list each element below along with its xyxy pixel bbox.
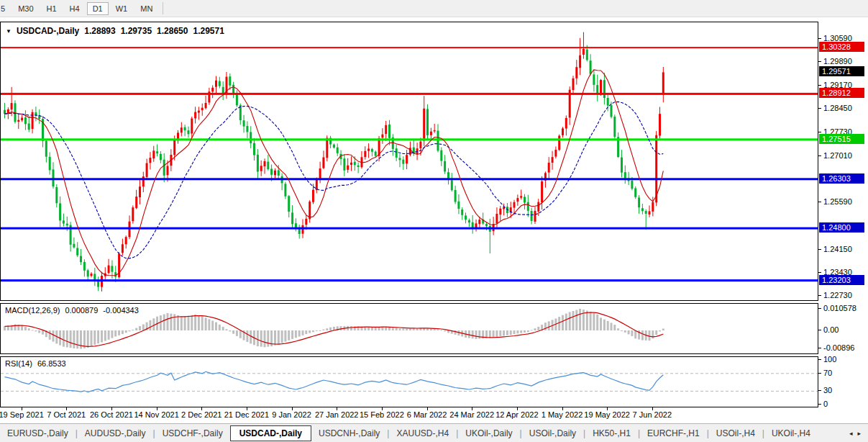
macd-tick-label: 0.010578 — [823, 304, 856, 312]
axis-tick-mark — [818, 202, 821, 202]
macd-tick-label: 0.00 — [823, 325, 839, 334]
chart-tab-eurusd-daily[interactable]: EURUSD-,Daily — [0, 425, 76, 441]
rsi-panel[interactable]: RSI(14) 66.8533 — [0, 356, 818, 407]
rsi-tick-label: 30 — [823, 386, 832, 394]
tab-scroll-left-icon[interactable]: ◂ — [849, 430, 853, 437]
ohlc-high: 1.29735 — [121, 26, 152, 36]
axis-tick-mark — [818, 295, 821, 296]
axis-tick-mark — [818, 373, 821, 374]
chart-tab-bar: EURUSD-,Daily|AUDUSD-,Daily|USDCHF-,Dail… — [0, 423, 868, 442]
date-label: 9 Jan 2022 — [272, 410, 311, 419]
date-axis[interactable]: 19 Sep 20217 Oct 202126 Oct 202114 Nov 2… — [0, 407, 818, 423]
timeframe-button-w1[interactable]: W1 — [110, 2, 134, 15]
ohlc-low: 1.28650 — [157, 26, 188, 36]
tab-scroll-controls: ◂▸ — [842, 430, 868, 437]
chart-tab-usoil-daily[interactable]: USOil-,Daily — [522, 425, 583, 441]
axis-tick-mark — [818, 308, 821, 309]
date-label: 2 Dec 2021 — [181, 410, 221, 419]
chart-tab-xauusd-h4[interactable]: XAUUSD-,H4 — [389, 425, 456, 441]
chart-tab-eurchf-h1[interactable]: EURCHF-,H1 — [640, 425, 707, 441]
macd-label: MACD(12,26,9) 0.000879 -0.004343 — [5, 306, 139, 315]
toolbar-separator — [163, 2, 163, 14]
rsi-tick-label: 70 — [823, 369, 832, 377]
price-level-badge: 1.26303 — [819, 173, 864, 184]
timeframe-button-5[interactable]: 5 — [0, 2, 11, 15]
date-label: 1 May 2022 — [542, 410, 583, 419]
chart-header: ▼ USDCAD-,Daily 1.28893 1.29735 1.28650 … — [6, 26, 224, 36]
chart-tab-usdcnh-daily[interactable]: USDCNH-,Daily — [311, 425, 387, 441]
chart-tab-hk50-h1[interactable]: HK50-,H1 — [585, 425, 638, 441]
chart-tab-ukoil-h4[interactable]: UKOil-,H4 — [764, 425, 818, 441]
rsi-label: RSI(14) 66.8533 — [5, 359, 66, 368]
axis-tick-mark — [818, 404, 821, 405]
macd-main-value: 0.000879 — [65, 306, 98, 315]
timeframe-button-h4[interactable]: H4 — [64, 2, 86, 15]
axis-tick-mark — [818, 38, 821, 39]
price-tick-label: 1.28450 — [823, 104, 852, 112]
date-label: 19 Sep 2021 — [0, 410, 44, 419]
macd-panel[interactable]: MACD(12,26,9) 0.000879 -0.004343 — [0, 303, 818, 354]
chart-tab-usdchf-daily[interactable]: USDCHF-,Daily — [155, 425, 230, 441]
date-label: 26 Oct 2021 — [90, 410, 133, 419]
chart-tab-usdcad-daily[interactable]: USDCAD-,Daily — [230, 425, 311, 441]
macd-name: MACD(12,26,9) — [5, 306, 60, 315]
main-chart-panel[interactable]: ▼ USDCAD-,Daily 1.28893 1.29735 1.28650 … — [0, 22, 818, 301]
chart-tab-usoil-h4[interactable]: USOil-,H4 — [709, 425, 762, 441]
date-label: 6 Mar 2022 — [407, 410, 447, 419]
macd-signal-value: -0.004343 — [103, 306, 139, 315]
timeframe-button-d1[interactable]: D1 — [87, 2, 109, 15]
timeframe-button-m30[interactable]: M30 — [12, 2, 39, 15]
axis-tick-mark — [818, 108, 821, 109]
chart-symbol-label: USDCAD-,Daily — [17, 26, 79, 36]
ohlc-open: 1.28893 — [84, 26, 115, 36]
price-tick-label: 1.24150 — [823, 245, 852, 253]
price-level-badge: 1.23203 — [819, 275, 864, 285]
date-label: 12 Apr 2022 — [495, 410, 538, 419]
axis-tick-mark — [818, 359, 821, 360]
date-label: 7 Jun 2022 — [633, 410, 672, 419]
timeframe-button-mn[interactable]: MN — [134, 2, 158, 15]
timeframe-toolbar: 5M30H1H4D1W1MN — [0, 0, 868, 17]
trading-terminal-window: { "toolbar": { "timeframes": [ {"label":… — [0, 0, 868, 442]
price-tick-label: 1.27010 — [823, 151, 852, 160]
price-level-badge: 1.24800 — [819, 222, 864, 233]
ohlc-close: 1.29571 — [193, 26, 224, 36]
axis-tick-mark — [818, 390, 821, 391]
axis-tick-mark — [818, 348, 821, 348]
axis-tick-mark — [818, 155, 821, 156]
date-label: 19 May 2022 — [584, 410, 630, 419]
macd-tick-label: -0.00896 — [823, 343, 854, 352]
axis-tick-mark — [818, 249, 821, 250]
price-level-badge: 1.28912 — [819, 88, 864, 98]
date-label: 14 Nov 2021 — [134, 410, 178, 419]
date-label: 24 Mar 2022 — [449, 410, 494, 419]
date-label: 27 Jan 2022 — [315, 410, 359, 419]
rsi-tick-label: 0 — [823, 400, 828, 408]
chart-tab-ukoil-daily[interactable]: UKOil-,Daily — [458, 425, 519, 441]
price-level-badge: 1.27515 — [819, 134, 864, 144]
rsi-value: 66.8533 — [37, 359, 66, 368]
axis-tick-mark — [818, 85, 821, 86]
price-tick-label: 1.25590 — [823, 197, 852, 206]
axis-tick-mark — [818, 132, 821, 132]
chart-tab-audusd-daily[interactable]: AUDUSD-,Daily — [78, 425, 153, 441]
axis-tick-mark — [818, 272, 821, 273]
timeframe-button-h1[interactable]: H1 — [41, 2, 63, 15]
symbol-dropdown-icon[interactable]: ▼ — [6, 28, 12, 35]
axis-tick-mark — [818, 61, 821, 62]
price-tick-label: 1.29890 — [823, 57, 852, 66]
price-axis[interactable]: 1.305901.298901.291701.284501.277301.270… — [818, 22, 868, 407]
tab-scroll-right-icon[interactable]: ▸ — [857, 430, 861, 437]
price-level-badge: 1.29571 — [819, 66, 864, 76]
price-tick-label: 1.22730 — [823, 291, 852, 299]
rsi-name: RSI(14) — [5, 359, 32, 368]
rsi-chart[interactable] — [1, 357, 818, 407]
date-label: 21 Dec 2021 — [224, 410, 269, 419]
rsi-tick-label: 100 — [823, 355, 836, 364]
candlestick-chart[interactable] — [1, 22, 818, 300]
axis-tick-mark — [818, 330, 821, 330]
date-label: 15 Feb 2022 — [360, 410, 404, 419]
date-label: 7 Oct 2021 — [47, 410, 86, 419]
price-level-badge: 1.30328 — [819, 42, 864, 52]
